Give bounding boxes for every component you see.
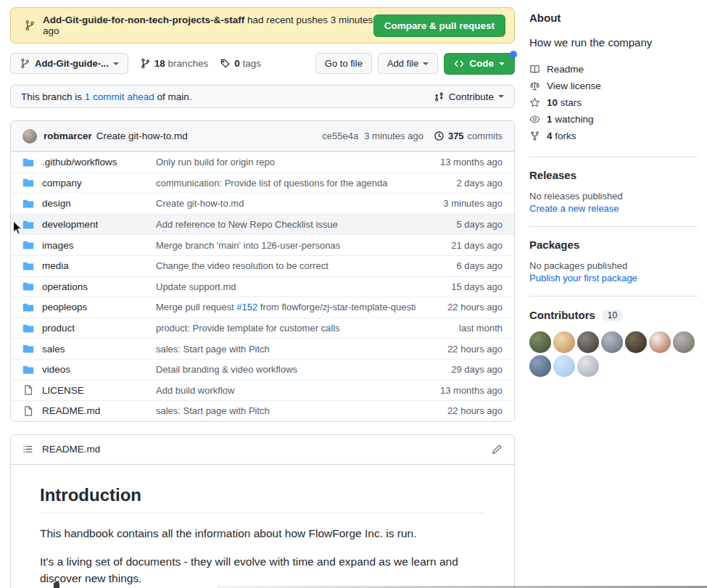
commit-meta: ce55e4a 3 minutes ago 375 commits [322,131,503,141]
commit-history-link[interactable]: 375 commits [434,131,503,141]
avatar[interactable] [553,331,575,353]
pencil-icon [492,444,503,455]
commit-message[interactable]: Detail branding & video workflows [156,364,415,375]
commit-message[interactable]: Change the video resolution to be correc… [156,260,415,271]
file-name[interactable]: videos [42,364,70,375]
create-release-link[interactable]: Create a new release [529,203,698,214]
eye-icon [529,114,540,125]
commit-message[interactable]: Add build workflow [156,385,415,396]
commit-time[interactable]: 22 hours ago [415,302,503,312]
avatar[interactable] [529,355,551,377]
contribute-button[interactable]: Contribute [434,91,504,102]
commit-time[interactable]: 29 days ago [415,364,503,375]
commit-author[interactable]: robmarcer [44,131,92,141]
star-icon [529,97,540,108]
commit-message[interactable]: sales: Start page with Pitch [156,344,415,355]
commit-message[interactable]: Add reference to New Repo Checklist issu… [156,219,415,230]
commit-sha[interactable]: ce55e4a [322,131,358,141]
commit-time[interactable]: 6 days ago [415,260,503,271]
commit-time[interactable]: 13 months ago [415,385,503,396]
file-name[interactable]: peopleops [42,302,87,312]
branches-link[interactable]: 18 branches [140,58,208,69]
code-button[interactable]: Code [444,53,515,75]
folder-icon [22,281,34,292]
commit-message[interactable]: Merge pull request #152 from flowforge/z… [156,302,415,312]
forks-link[interactable]: 4 forks [529,128,698,144]
commit-message[interactable]: sales: Start page with Pitch [156,405,415,416]
commit-message[interactable]: Only run build for origin repo [156,157,415,167]
file-name[interactable]: design [42,198,71,209]
file-name[interactable]: images [42,240,74,251]
file-name[interactable]: sales [42,344,65,355]
code-icon [454,59,464,69]
avatar[interactable] [649,331,671,353]
commit-time[interactable]: 21 days ago [415,240,503,251]
avatar[interactable] [22,129,37,144]
table-row: peopleops Merge pull request #152 from f… [11,297,514,318]
readme-heading: Introduction [40,485,485,513]
commit-time[interactable]: 3 minutes ago [415,198,503,209]
publish-package-link[interactable]: Publish your first package [529,273,698,283]
commit-time: 3 minutes ago [364,131,423,141]
readme-filename[interactable]: README.md [42,444,100,455]
branch-selector[interactable]: Add-Git-guide-... [10,53,128,74]
commit-message[interactable]: Create git-how-to.md [156,198,415,209]
commit-message[interactable]: product: Provide template for customer c… [156,323,415,334]
notification-dot [510,51,517,58]
file-name[interactable]: media [42,260,69,271]
commit-message[interactable]: Create git-how-to.md [96,131,188,141]
license-link[interactable]: View license [529,78,698,94]
avatar[interactable] [625,331,647,353]
list-icon[interactable] [22,444,33,455]
file-name[interactable]: .github/workflows [42,157,117,167]
packages-title: Packages [529,239,698,251]
history-icon [434,131,445,141]
commit-message[interactable]: Merge branch 'main' into 126-user-person… [156,240,415,251]
commit-message[interactable]: communication: Provide list of questions… [156,178,415,189]
folder-icon [22,302,34,313]
divider [529,296,698,297]
latest-commit-bar: robmarcer Create git-how-to.md ce55e4a 3… [11,121,514,152]
table-row: design Create git-how-to.md 3 minutes ag… [11,193,514,214]
commit-time[interactable]: 22 hours ago [415,405,503,416]
watching-link[interactable]: 1 watching [529,111,698,128]
table-row: README.md sales: Start page with Pitch 2… [11,400,514,421]
compare-pull-request-button[interactable]: Compare & pull request [373,15,505,37]
avatar[interactable] [577,331,599,353]
commit-time[interactable]: last month [415,323,503,334]
git-branch-icon [20,58,30,69]
file-name[interactable]: company [42,178,82,189]
commit-time[interactable]: 22 hours ago [415,344,503,355]
add-file-button[interactable]: Add file [378,53,438,74]
readme-link[interactable]: Readme [529,61,698,78]
contribute-label: Contribute [449,91,494,102]
file-name[interactable]: operations [42,281,88,292]
avatar[interactable] [529,331,551,353]
releases-empty-text: No releases published [529,191,698,202]
commit-time[interactable]: 2 days ago [415,178,503,189]
tags-link[interactable]: 0 tags [220,58,261,69]
table-row: sales sales: Start page with Pitch 22 ho… [11,338,514,359]
avatar[interactable] [673,331,695,353]
file-name[interactable]: README.md [42,405,100,416]
avatar[interactable] [601,331,623,353]
edit-readme-button[interactable] [492,444,503,455]
commit-time[interactable]: 5 days ago [415,219,503,230]
commit-message[interactable]: Update support.md [156,281,415,292]
file-tree-card: robmarcer Create git-how-to.md ce55e4a 3… [10,120,515,422]
commit-time[interactable]: 15 days ago [415,281,503,292]
file-name[interactable]: development [42,219,98,230]
chevron-down-icon [113,62,119,65]
git-branch-icon [140,58,151,69]
go-to-file-button[interactable]: Go to file [315,53,372,74]
commit-time[interactable]: 13 months ago [415,157,503,167]
divider [529,157,698,157]
commits-ahead-link[interactable]: 1 commit ahead [85,91,154,102]
chevron-down-icon [499,62,505,65]
file-name[interactable]: product [42,323,75,334]
stars-link[interactable]: 10 stars [529,94,698,111]
chevron-down-icon [423,62,429,65]
avatar[interactable] [577,355,599,377]
avatar[interactable] [553,355,575,377]
file-name[interactable]: LICENSE [42,385,84,396]
